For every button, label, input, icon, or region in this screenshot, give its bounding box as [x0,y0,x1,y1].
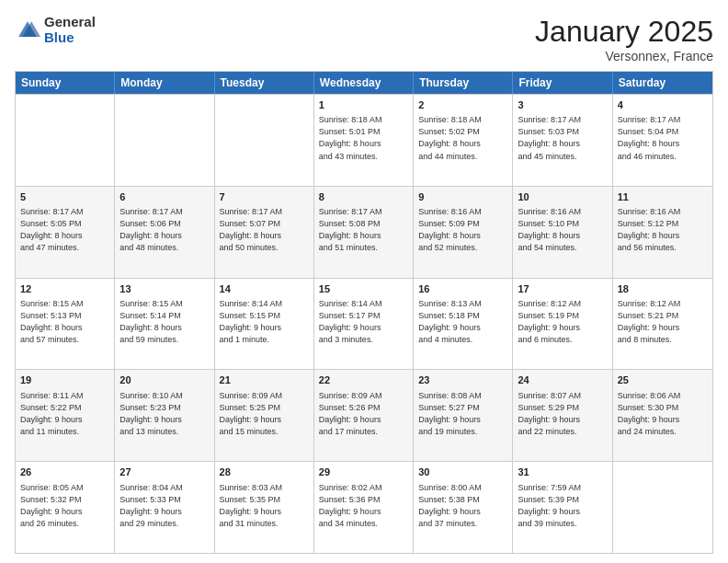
day-cell: 19Sunrise: 8:11 AM Sunset: 5:22 PM Dayli… [16,370,115,461]
day-cell: 28Sunrise: 8:03 AM Sunset: 5:35 PM Dayli… [215,462,314,553]
logo-text: General Blue [44,15,96,45]
week-row-2: 5Sunrise: 8:17 AM Sunset: 5:05 PM Daylig… [16,186,712,278]
day-cell: 7Sunrise: 8:17 AM Sunset: 5:07 PM Daylig… [215,187,314,278]
logo-general: General [44,15,96,30]
day-number: 12 [20,282,109,296]
day-info: Sunrise: 8:04 AM Sunset: 5:33 PM Dayligh… [119,482,209,530]
day-number: 7 [220,190,309,204]
day-number: 25 [618,373,708,387]
day-number: 2 [418,98,507,112]
day-number: 10 [518,190,607,204]
day-number: 27 [119,465,209,479]
day-info: Sunrise: 8:16 AM Sunset: 5:10 PM Dayligh… [518,206,607,254]
day-cell: 11Sunrise: 8:16 AM Sunset: 5:12 PM Dayli… [613,187,712,278]
day-number: 22 [319,373,408,387]
day-cell: 22Sunrise: 8:09 AM Sunset: 5:26 PM Dayli… [314,370,414,461]
day-number: 26 [20,465,109,479]
day-cell: 6Sunrise: 8:17 AM Sunset: 5:06 PM Daylig… [115,187,214,278]
day-cell: 24Sunrise: 8:07 AM Sunset: 5:29 PM Dayli… [513,370,612,461]
day-info: Sunrise: 8:17 AM Sunset: 5:04 PM Dayligh… [618,114,708,162]
day-number: 16 [418,282,507,296]
day-info: Sunrise: 8:02 AM Sunset: 5:36 PM Dayligh… [319,482,408,530]
day-cell: 14Sunrise: 8:14 AM Sunset: 5:15 PM Dayli… [215,279,314,370]
day-cell: 12Sunrise: 8:15 AM Sunset: 5:13 PM Dayli… [16,279,115,370]
logo: General Blue [15,15,96,45]
day-number: 15 [319,282,408,296]
day-info: Sunrise: 8:08 AM Sunset: 5:27 PM Dayligh… [418,390,507,438]
weekday-header-friday: Friday [513,72,612,94]
day-cell: 3Sunrise: 8:17 AM Sunset: 5:03 PM Daylig… [513,95,612,186]
calendar-header: SundayMondayTuesdayWednesdayThursdayFrid… [16,72,712,94]
day-cell: 15Sunrise: 8:14 AM Sunset: 5:17 PM Dayli… [314,279,414,370]
logo-icon [15,17,40,43]
day-number: 29 [319,465,408,479]
day-info: Sunrise: 7:59 AM Sunset: 5:39 PM Dayligh… [518,482,607,530]
day-cell: 13Sunrise: 8:15 AM Sunset: 5:14 PM Dayli… [115,279,214,370]
day-number: 11 [618,190,708,204]
day-cell: 26Sunrise: 8:05 AM Sunset: 5:32 PM Dayli… [16,462,115,553]
day-number: 13 [119,282,209,296]
day-cell: 9Sunrise: 8:16 AM Sunset: 5:09 PM Daylig… [414,187,513,278]
day-number: 28 [220,465,309,479]
day-cell: 5Sunrise: 8:17 AM Sunset: 5:05 PM Daylig… [16,187,115,278]
day-cell: 8Sunrise: 8:17 AM Sunset: 5:08 PM Daylig… [314,187,414,278]
day-number: 9 [418,190,507,204]
day-info: Sunrise: 8:18 AM Sunset: 5:02 PM Dayligh… [418,114,507,162]
day-number: 18 [618,282,708,296]
day-number: 4 [618,98,708,112]
day-info: Sunrise: 8:06 AM Sunset: 5:30 PM Dayligh… [618,390,708,438]
day-number: 6 [119,190,209,204]
weekday-header-saturday: Saturday [613,72,712,94]
weekday-header-wednesday: Wednesday [314,72,414,94]
day-cell: 30Sunrise: 8:00 AM Sunset: 5:38 PM Dayli… [414,462,513,553]
day-info: Sunrise: 8:00 AM Sunset: 5:38 PM Dayligh… [418,482,507,530]
day-info: Sunrise: 8:09 AM Sunset: 5:25 PM Dayligh… [220,390,309,438]
day-number: 3 [518,98,607,112]
calendar-body: 1Sunrise: 8:18 AM Sunset: 5:01 PM Daylig… [16,94,712,553]
week-row-4: 19Sunrise: 8:11 AM Sunset: 5:22 PM Dayli… [16,369,712,461]
weekday-header-monday: Monday [115,72,214,94]
page: General Blue January 2025 Versonnex, Fra… [0,0,728,563]
day-cell [16,95,115,186]
logo-blue: Blue [44,30,96,46]
day-cell: 4Sunrise: 8:17 AM Sunset: 5:04 PM Daylig… [613,95,712,186]
day-cell: 23Sunrise: 8:08 AM Sunset: 5:27 PM Dayli… [414,370,513,461]
day-number: 30 [418,465,507,479]
day-info: Sunrise: 8:11 AM Sunset: 5:22 PM Dayligh… [20,390,109,438]
title-block: January 2025 Versonnex, France [535,15,713,63]
day-cell: 31Sunrise: 7:59 AM Sunset: 5:39 PM Dayli… [513,462,612,553]
day-number: 23 [418,373,507,387]
day-info: Sunrise: 8:05 AM Sunset: 5:32 PM Dayligh… [20,482,109,530]
header: General Blue January 2025 Versonnex, Fra… [15,15,713,63]
weekday-header-sunday: Sunday [16,72,115,94]
day-cell: 20Sunrise: 8:10 AM Sunset: 5:23 PM Dayli… [115,370,214,461]
day-info: Sunrise: 8:10 AM Sunset: 5:23 PM Dayligh… [119,390,209,438]
day-cell: 10Sunrise: 8:16 AM Sunset: 5:10 PM Dayli… [513,187,612,278]
day-info: Sunrise: 8:17 AM Sunset: 5:03 PM Dayligh… [518,114,607,162]
day-info: Sunrise: 8:15 AM Sunset: 5:13 PM Dayligh… [20,298,109,346]
day-info: Sunrise: 8:13 AM Sunset: 5:18 PM Dayligh… [418,298,507,346]
day-number: 20 [119,373,209,387]
day-number: 14 [220,282,309,296]
day-info: Sunrise: 8:17 AM Sunset: 5:07 PM Dayligh… [220,206,309,254]
day-info: Sunrise: 8:03 AM Sunset: 5:35 PM Dayligh… [220,482,309,530]
day-cell: 17Sunrise: 8:12 AM Sunset: 5:19 PM Dayli… [513,279,612,370]
day-info: Sunrise: 8:16 AM Sunset: 5:12 PM Dayligh… [618,206,708,254]
day-cell: 2Sunrise: 8:18 AM Sunset: 5:02 PM Daylig… [414,95,513,186]
day-cell: 18Sunrise: 8:12 AM Sunset: 5:21 PM Dayli… [613,279,712,370]
day-cell: 25Sunrise: 8:06 AM Sunset: 5:30 PM Dayli… [613,370,712,461]
day-cell: 1Sunrise: 8:18 AM Sunset: 5:01 PM Daylig… [314,95,414,186]
day-number: 1 [319,98,408,112]
week-row-1: 1Sunrise: 8:18 AM Sunset: 5:01 PM Daylig… [16,94,712,186]
day-info: Sunrise: 8:17 AM Sunset: 5:08 PM Dayligh… [319,206,408,254]
day-number: 21 [220,373,309,387]
day-number: 31 [518,465,607,479]
weekday-header-thursday: Thursday [414,72,513,94]
location: Versonnex, France [535,49,713,63]
day-info: Sunrise: 8:18 AM Sunset: 5:01 PM Dayligh… [319,114,408,162]
day-info: Sunrise: 8:14 AM Sunset: 5:15 PM Dayligh… [220,298,309,346]
day-cell: 21Sunrise: 8:09 AM Sunset: 5:25 PM Dayli… [215,370,314,461]
day-cell: 29Sunrise: 8:02 AM Sunset: 5:36 PM Dayli… [314,462,414,553]
day-number: 19 [20,373,109,387]
day-info: Sunrise: 8:07 AM Sunset: 5:29 PM Dayligh… [518,390,607,438]
